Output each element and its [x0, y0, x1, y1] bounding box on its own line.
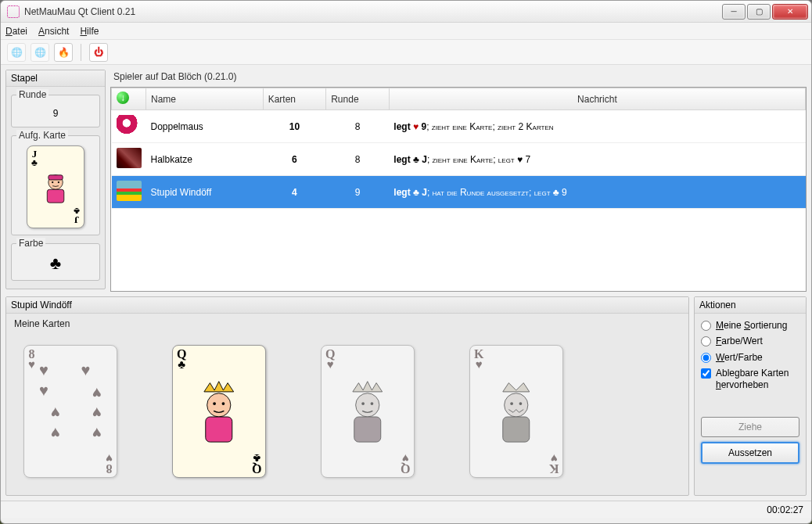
titlebar: NetMauMau Qt Client 0.21 ─ ▢ ✕ [1, 1, 811, 23]
close-button[interactable]: ✕ [772, 4, 808, 20]
avatar [117, 181, 142, 201]
sort-farbe-wert-radio[interactable]: Farbe/Wert [701, 336, 799, 346]
farbe-group: Farbe ♣ [11, 243, 100, 281]
delete-user-button[interactable]: 🔥 [54, 43, 73, 62]
svg-rect-12 [354, 417, 381, 442]
mycards-panel: Stupid Windöff Meine Karten 8♥♥♥♥♥♥♥♥♥8♥… [5, 296, 689, 496]
svg-rect-2 [47, 189, 64, 203]
player-cards: 10 [263, 110, 326, 143]
menu-help[interactable]: Hilfe [80, 26, 99, 37]
avatar [117, 148, 142, 168]
col-icon[interactable] [112, 88, 146, 110]
player-round: 8 [326, 143, 390, 176]
jack-face-icon [38, 163, 74, 211]
players-table-wrap: Name Karten Runde Nachricht Doppelmaus10… [110, 87, 807, 292]
player-message: legt ♥ 9; zieht eine Karte; zieht 2 Kart… [389, 110, 805, 143]
svg-point-13 [505, 393, 528, 416]
queen-face-icon [338, 372, 397, 451]
sort-mine-radio[interactable]: Meine Sortierung [701, 320, 799, 331]
player-name: Doppelmaus [146, 110, 264, 143]
upcard-label: Aufg. Karte [16, 130, 68, 141]
farbe-label: Farbe [16, 238, 45, 249]
avatar [117, 115, 142, 135]
minimize-button[interactable]: ─ [722, 4, 746, 20]
player-name: Stupid Windöff [146, 176, 264, 209]
player-cards: 4 [263, 176, 326, 209]
player-round: 9 [326, 176, 390, 209]
svg-point-4 [58, 181, 59, 183]
svg-point-3 [52, 181, 53, 183]
mycards-label: Meine Karten [6, 314, 688, 331]
table-row[interactable]: Stupid Windöff49legt ♣ J; hat die Runde … [112, 176, 806, 209]
hand-area: 8♥♥♥♥♥♥♥♥♥8♥Q♣Q♣Q♥Q♥K♥K♥ [6, 331, 688, 495]
toolbar-separator [81, 44, 81, 61]
mycards-header: Stupid Windöff [6, 297, 688, 314]
player-name: Halbkatze [146, 143, 264, 176]
table-row[interactable]: Halbkatze68legt ♣ J; zieht eine Karte; l… [112, 143, 806, 176]
main-window: NetMauMau Qt Client 0.21 ─ ▢ ✕ Datei Ans… [0, 0, 812, 524]
hand-card[interactable]: Q♣Q♣ [172, 345, 266, 478]
svg-point-7 [222, 402, 225, 405]
highlight-check[interactable]: Ablegbare Karten hervorheben [701, 368, 799, 390]
svg-rect-1 [49, 175, 63, 180]
svg-point-10 [361, 402, 365, 405]
download-icon [117, 92, 129, 104]
upcard: J♣ J♣ [27, 145, 84, 228]
hand-card[interactable]: K♥K♥ [469, 345, 563, 478]
statusbar: 00:02:27 [1, 501, 811, 518]
window-title: NetMauMau Qt Client 0.21 [24, 6, 722, 17]
round-group: Runde 9 [11, 95, 100, 127]
globe-icon: 🌐 [11, 47, 23, 58]
sort-wert-farbe-radio[interactable]: Wert/Farbe [701, 352, 799, 363]
globe1-button[interactable]: 🌐 [7, 43, 26, 62]
upcard-group: Aufg. Karte J♣ J♣ [11, 135, 100, 235]
king-face-icon [487, 372, 546, 451]
col-round[interactable]: Runde [326, 88, 390, 110]
svg-point-6 [213, 402, 216, 405]
app-icon [7, 5, 20, 18]
player-message: legt ♣ J; hat die Runde ausgesetzt; legt… [389, 176, 805, 209]
menubar: Datei Ansicht Hilfe [1, 23, 811, 40]
players-table: Name Karten Runde Nachricht Doppelmaus10… [111, 88, 806, 209]
round-label: Runde [16, 89, 49, 100]
svg-point-5 [207, 393, 231, 416]
hand-card[interactable]: 8♥♥♥♥♥♥♥♥♥8♥ [23, 345, 117, 478]
col-name[interactable]: Name [146, 88, 264, 110]
pass-button[interactable]: Aussetzen [701, 442, 799, 464]
menu-file[interactable]: Datei [5, 26, 27, 37]
round-value: 9 [16, 100, 95, 122]
delete-user-icon: 🔥 [58, 47, 70, 58]
toolbar: 🌐 🌐 🔥 ⏻ [1, 40, 811, 65]
stack-header: Stapel [6, 70, 105, 87]
hand-card[interactable]: Q♥Q♥ [321, 345, 415, 478]
svg-point-11 [371, 402, 374, 405]
actions-panel: Aktionen Meine Sortierung Farbe/Wert Wer… [694, 296, 807, 496]
actions-header: Aktionen [695, 297, 806, 314]
player-message: legt ♣ J; zieht eine Karte; legt ♥ 7 [389, 143, 805, 176]
player-round: 8 [326, 110, 390, 143]
svg-rect-8 [206, 417, 232, 442]
svg-point-14 [510, 402, 513, 405]
globe-icon: 🌐 [34, 47, 46, 58]
col-msg[interactable]: Nachricht [389, 88, 805, 110]
svg-point-9 [356, 393, 379, 416]
svg-point-15 [519, 402, 523, 405]
globe2-button[interactable]: 🌐 [31, 43, 49, 62]
farbe-suit: ♣ [16, 249, 95, 275]
player-cards: 6 [263, 143, 326, 176]
power-button[interactable]: ⏻ [89, 43, 108, 62]
draw-button[interactable]: Ziehe [701, 417, 799, 437]
status-time: 00:02:27 [767, 504, 803, 515]
maximize-button[interactable]: ▢ [747, 4, 771, 20]
menu-view[interactable]: Ansicht [38, 26, 69, 37]
svg-rect-16 [503, 417, 530, 442]
power-icon: ⏻ [94, 47, 103, 58]
table-row[interactable]: Doppelmaus108legt ♥ 9; zieht eine Karte;… [112, 110, 806, 143]
players-title: Spieler auf Dat Blöch (0.21.0) [110, 70, 807, 87]
col-cards[interactable]: Karten [263, 88, 326, 110]
queen-face-icon [189, 372, 249, 451]
